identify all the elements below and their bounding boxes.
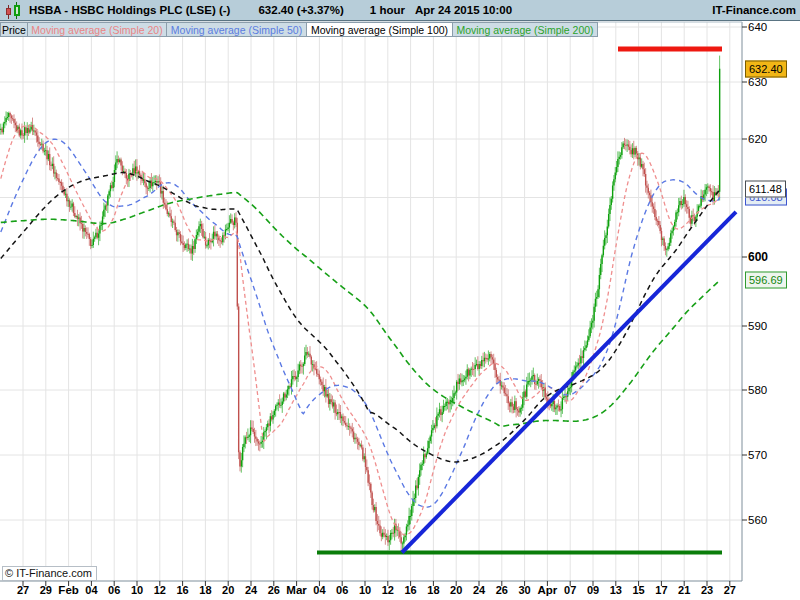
legend-item-price[interactable]: Price <box>0 22 28 37</box>
x-tick-18-18: 18 <box>427 584 439 596</box>
x-tick-09-25: 09 <box>587 584 599 596</box>
y-tick-620: 620 <box>748 133 767 145</box>
x-tick-04-13: 04 <box>313 584 325 596</box>
price-chart-canvas[interactable] <box>0 0 800 600</box>
x-tick-17-28: 17 <box>655 584 667 596</box>
x-tick-13-26: 13 <box>610 584 622 596</box>
ma200-value-tag: 596.69 <box>745 271 787 288</box>
indicator-legend: PriceMoving average (Simple 20)Moving av… <box>0 22 598 37</box>
last-price-value-tag: 632.40 <box>745 60 787 77</box>
moving-average-20-line <box>1 125 720 535</box>
y-tick-600: 600 <box>748 250 768 264</box>
x-tick-04-3: 04 <box>85 584 97 596</box>
y-tick-640: 640 <box>748 21 767 33</box>
x-tick-Feb-2: Feb <box>58 584 78 596</box>
y-tick-570: 570 <box>748 449 767 461</box>
x-tick-27-0: 27 <box>17 584 29 596</box>
x-tick-20-19: 20 <box>450 584 462 596</box>
x-tick-12-16: 12 <box>382 584 394 596</box>
x-tick-07-24: 07 <box>564 584 576 596</box>
x-tick-26-21: 26 <box>496 584 508 596</box>
x-tick-Apr-23: Apr <box>537 584 557 596</box>
x-tick-29-1: 29 <box>40 584 52 596</box>
x-tick-27-31: 27 <box>724 584 736 596</box>
candlestick-series <box>1 56 720 552</box>
x-tick-10-5: 10 <box>131 584 143 596</box>
x-tick-18-8: 18 <box>199 584 211 596</box>
x-tick-21-29: 21 <box>678 584 690 596</box>
y-tick-590: 590 <box>748 320 767 332</box>
x-tick-24-10: 24 <box>245 584 257 596</box>
legend-item-sma-100[interactable]: Moving average (Simple 100) <box>307 22 453 37</box>
legend-item-sma-50[interactable]: Moving average (Simple 50) <box>167 22 307 37</box>
moving-average-100-line <box>1 173 720 462</box>
y-tick-630: 630 <box>748 76 767 88</box>
x-tick-06-14: 06 <box>336 584 348 596</box>
x-tick-16-17: 16 <box>404 584 416 596</box>
ma100-value-tag: 611.48 <box>745 180 786 197</box>
y-tick-560: 560 <box>748 514 767 526</box>
x-tick-16-7: 16 <box>176 584 188 596</box>
legend-item-sma-200[interactable]: Moving average (Simple 200) <box>453 22 598 37</box>
x-tick-10-15: 10 <box>359 584 371 596</box>
x-tick-24-20: 24 <box>473 584 485 596</box>
x-tick-20-9: 20 <box>222 584 234 596</box>
x-tick-23-30: 23 <box>701 584 713 596</box>
legend-item-sma-20[interactable]: Moving average (Simple 20) <box>28 22 167 37</box>
x-tick-12-6: 12 <box>154 584 166 596</box>
x-tick-Mar-12: Mar <box>286 584 306 596</box>
x-tick-15-27: 15 <box>632 584 644 596</box>
y-tick-580: 580 <box>748 384 767 396</box>
chart-application: HSBA - HSBC Holdings PLC (LSE) (-) 632.4… <box>0 0 800 600</box>
chart-copyright: © IT-Finance.com <box>2 566 97 581</box>
trend-line[interactable] <box>402 212 736 553</box>
x-tick-30-22: 30 <box>518 584 530 596</box>
y-axis: 640630620600590580570560596.69610.08611.… <box>743 0 800 600</box>
x-tick-06-4: 06 <box>108 584 120 596</box>
x-axis: 2729Feb040610121618202426Mar040610121618… <box>0 582 743 600</box>
x-tick-26-11: 26 <box>268 584 280 596</box>
